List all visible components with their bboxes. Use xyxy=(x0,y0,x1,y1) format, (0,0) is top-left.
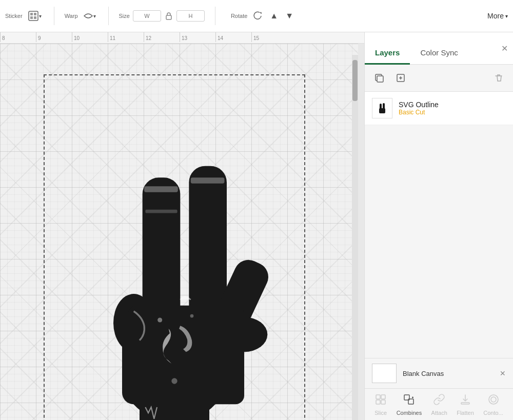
svg-rect-0 xyxy=(29,11,38,21)
rotate-section: Rotate ▲ ▼ xyxy=(231,9,295,23)
svg-rect-32 xyxy=(381,400,385,404)
ruler-mark-10: 10 xyxy=(72,32,108,42)
panel-tabs: Layers Color Sync ✕ xyxy=(365,32,513,65)
slice-label: Slice xyxy=(374,410,387,416)
ruler-mark-12: 12 xyxy=(144,32,180,42)
ruler-mark-14: 14 xyxy=(215,32,251,42)
svg-point-20 xyxy=(171,378,177,384)
ruler-mark-11: 11 xyxy=(108,32,144,42)
duplicate-icon xyxy=(373,72,385,84)
svg-rect-29 xyxy=(376,395,380,399)
svg-rect-1 xyxy=(30,13,33,15)
grid-canvas[interactable] xyxy=(0,44,358,420)
lock-icon[interactable] xyxy=(164,11,173,21)
peace-sign-container[interactable] xyxy=(51,85,298,420)
ruler-mark-8: 8 xyxy=(0,32,36,42)
svg-rect-15 xyxy=(144,186,178,192)
contour-label: Conto... xyxy=(483,410,503,416)
contour-icon xyxy=(487,393,500,408)
rotate-down-btn[interactable]: ▼ xyxy=(283,9,295,23)
svg-rect-28 xyxy=(383,103,385,110)
add-layer-btn[interactable] xyxy=(392,70,409,86)
warp-group: Warp ▾ xyxy=(65,9,98,23)
ruler-horizontal: 8 9 10 11 12 13 14 15 xyxy=(0,32,364,44)
bottom-toolbar: Slice Combines xyxy=(365,388,513,420)
panel-close-btn[interactable]: ✕ xyxy=(496,39,513,57)
more-chevron: ▾ xyxy=(505,13,508,19)
width-group xyxy=(133,10,161,22)
svg-rect-31 xyxy=(376,400,380,404)
layer-thumbnail xyxy=(372,98,392,118)
slice-svg-icon xyxy=(374,393,387,406)
combine-svg-icon xyxy=(403,393,415,406)
combine-tool[interactable]: Combines xyxy=(392,391,426,418)
layer-info: SVG Outline Basic Cut xyxy=(399,101,506,116)
delete-layer-btn[interactable] xyxy=(490,70,507,86)
svg-point-38 xyxy=(489,395,498,404)
slice-tool[interactable]: Slice xyxy=(370,391,391,418)
peace-sign-svg xyxy=(51,85,298,420)
sticker-chevron: ▾ xyxy=(39,13,42,19)
scrollbar-vertical[interactable] xyxy=(352,55,358,420)
layer-type: Basic Cut xyxy=(399,109,506,116)
canvas-area[interactable]: 8 9 10 11 12 13 14 15 xyxy=(0,32,364,420)
divider-1 xyxy=(54,7,54,25)
svg-rect-14 xyxy=(140,393,209,420)
attach-svg-icon xyxy=(433,393,445,406)
sticker-label: Sticker xyxy=(5,13,23,19)
ruler-mark-9: 9 xyxy=(36,32,72,42)
attach-tool[interactable]: Attach xyxy=(427,391,451,418)
svg-rect-2 xyxy=(34,13,36,15)
divider-3 xyxy=(215,7,215,25)
main-content: 8 9 10 11 12 13 14 15 xyxy=(0,32,513,420)
rotate-icon xyxy=(252,11,263,21)
svg-rect-22 xyxy=(377,76,383,82)
flatten-tool[interactable]: Flatten xyxy=(452,391,478,418)
attach-icon xyxy=(433,393,445,408)
top-toolbar: Sticker ▾ Warp ▾ Size xyxy=(0,0,513,32)
rotate-btn[interactable] xyxy=(250,9,265,23)
blank-canvas-close-btn[interactable]: ✕ xyxy=(500,369,506,377)
svg-point-19 xyxy=(190,314,194,318)
svg-rect-16 xyxy=(145,210,177,213)
tab-color-sync[interactable]: Color Sync xyxy=(410,42,468,65)
slice-icon xyxy=(374,393,387,408)
height-input[interactable] xyxy=(176,10,205,22)
scrollbar-thumb[interactable] xyxy=(352,60,358,101)
tab-color-sync-label: Color Sync xyxy=(420,48,458,57)
svg-rect-3 xyxy=(30,16,33,19)
tab-layers-label: Layers xyxy=(375,48,400,57)
height-group xyxy=(176,10,205,22)
size-group: Size xyxy=(119,10,205,22)
contour-svg-icon xyxy=(487,393,500,406)
layer-item[interactable]: SVG Outline Basic Cut xyxy=(365,92,513,125)
duplicate-layer-btn[interactable] xyxy=(371,70,387,86)
layer-thumb-icon xyxy=(375,101,389,115)
svg-rect-5 xyxy=(166,15,171,19)
svg-rect-37 xyxy=(461,403,469,404)
flatten-icon xyxy=(459,393,471,408)
svg-rect-27 xyxy=(380,104,382,110)
tab-layers[interactable]: Layers xyxy=(365,42,410,65)
more-button[interactable]: More ▾ xyxy=(487,12,508,20)
blank-canvas-thumbnail xyxy=(372,364,397,383)
sticker-group: Sticker ▾ xyxy=(5,8,44,24)
more-label: More xyxy=(487,12,504,20)
panel-spacer xyxy=(365,125,513,358)
svg-rect-13 xyxy=(128,306,244,405)
contour-tool[interactable]: Conto... xyxy=(479,391,507,418)
blank-canvas-item[interactable]: Blank Canvas ✕ xyxy=(365,358,513,388)
warp-btn[interactable]: ▾ xyxy=(81,9,98,23)
delete-icon xyxy=(493,72,504,84)
flatten-svg-icon xyxy=(459,393,471,406)
rotate-up-btn[interactable]: ▲ xyxy=(268,9,280,23)
width-input[interactable] xyxy=(133,10,161,22)
svg-rect-30 xyxy=(381,395,385,399)
warp-icon xyxy=(83,11,93,21)
divider-2 xyxy=(108,7,109,25)
ruler-mark-15: 15 xyxy=(251,32,287,42)
svg-point-39 xyxy=(491,397,496,402)
sticker-icon-btn[interactable]: ▾ xyxy=(26,8,44,24)
attach-label: Attach xyxy=(431,410,447,416)
layer-actions-bar xyxy=(365,65,513,92)
